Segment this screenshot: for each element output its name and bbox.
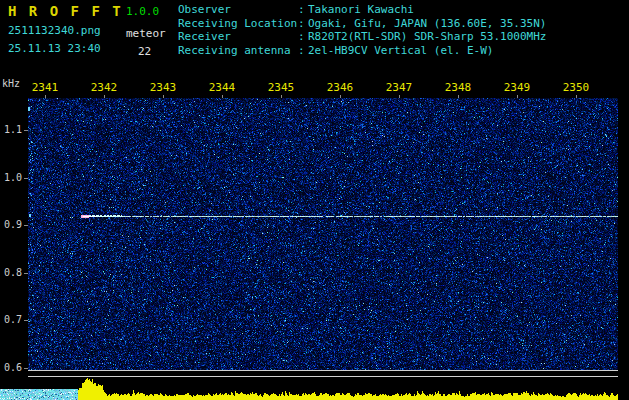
mode-label: meteor bbox=[126, 27, 166, 40]
time-axis: 2341234223432344234523462347234823492350 bbox=[0, 81, 629, 99]
info-value: Ogaki, Gifu, JAPAN (136.60E, 35.35N) bbox=[308, 17, 546, 31]
time-tick-label: 2347 bbox=[382, 81, 416, 94]
separator-line-upper bbox=[28, 370, 618, 371]
time-tick-label: 2343 bbox=[146, 81, 180, 94]
meteor-count: 22 bbox=[138, 45, 151, 58]
hrofft-window: H R O F F T 1.0.0 2511132340.png meteor … bbox=[0, 0, 629, 400]
station-info: Observer:Takanori Kawachi Receiving Loca… bbox=[178, 3, 546, 57]
time-tick-label: 2345 bbox=[264, 81, 298, 94]
info-label: Receiver bbox=[178, 30, 298, 44]
freq-tick-label: 1.1 bbox=[0, 124, 22, 135]
time-tick-label: 2344 bbox=[205, 81, 239, 94]
time-tick-label: 2341 bbox=[28, 81, 62, 94]
colon-separator: : bbox=[298, 3, 308, 17]
info-row-receiving-antenna: Receiving antenna:2el-HB9CV Vertical (el… bbox=[178, 44, 546, 58]
spectrogram-canvas bbox=[28, 98, 618, 370]
time-tick-label: 2342 bbox=[87, 81, 121, 94]
colon-separator: : bbox=[298, 30, 308, 44]
freq-tick-label: 0.7 bbox=[0, 314, 22, 325]
info-value: 2el-HB9CV Vertical (el. E-W) bbox=[308, 44, 493, 58]
freq-tick-label: 0.9 bbox=[0, 219, 22, 230]
info-row-receiver: Receiver:R820T2(RTL-SDR) SDR-Sharp 53.10… bbox=[178, 30, 546, 44]
info-label: Observer bbox=[178, 3, 298, 17]
freq-tick-label: 0.8 bbox=[0, 267, 22, 278]
info-row-receiving-location: Receiving Location:Ogaki, Gifu, JAPAN (1… bbox=[178, 17, 546, 31]
info-label: Receiving Location bbox=[178, 17, 298, 31]
app-version: 1.0.0 bbox=[126, 5, 159, 18]
freq-tick-label: 1.0 bbox=[0, 172, 22, 183]
info-value: R820T2(RTL-SDR) SDR-Sharp 53.1000MHz bbox=[308, 30, 546, 44]
time-tick-label: 2348 bbox=[441, 81, 475, 94]
signal-strength-canvas bbox=[28, 377, 618, 400]
time-tick-label: 2346 bbox=[323, 81, 357, 94]
colon-separator: : bbox=[298, 44, 308, 58]
corner-level-block bbox=[0, 389, 78, 400]
time-tick-label: 2349 bbox=[500, 81, 534, 94]
colon-separator: : bbox=[298, 17, 308, 31]
time-tick-label: 2350 bbox=[559, 81, 593, 94]
info-value: Takanori Kawachi bbox=[308, 3, 414, 17]
freq-axis: 1.11.00.90.80.70.6 bbox=[0, 0, 28, 400]
info-label: Receiving antenna bbox=[178, 44, 298, 58]
freq-tick-label: 0.6 bbox=[0, 362, 22, 373]
info-row-observer: Observer:Takanori Kawachi bbox=[178, 3, 546, 17]
